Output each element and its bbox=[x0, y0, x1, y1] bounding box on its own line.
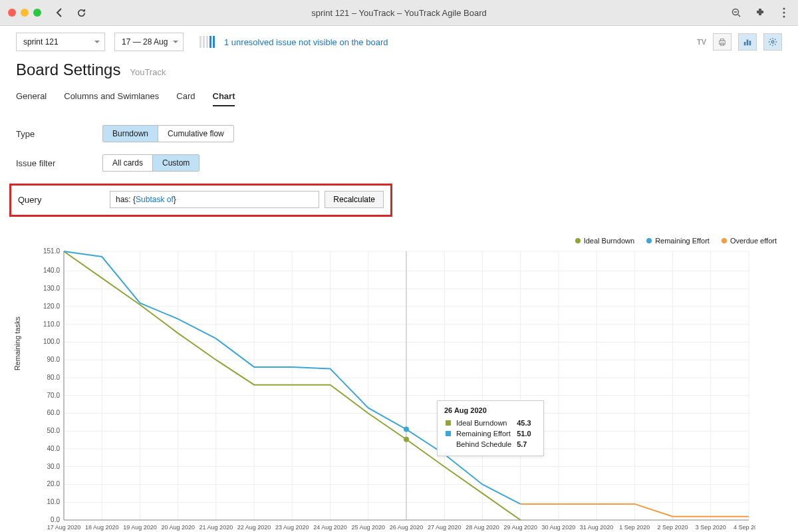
svg-text:30.0: 30.0 bbox=[47, 463, 61, 470]
svg-point-5 bbox=[783, 15, 785, 17]
tab-general[interactable]: General bbox=[16, 91, 47, 106]
page-heading: Board Settings bbox=[16, 61, 120, 79]
svg-text:25 Aug 2020: 25 Aug 2020 bbox=[351, 524, 385, 531]
svg-text:20 Aug 2020: 20 Aug 2020 bbox=[161, 524, 195, 531]
svg-text:140.0: 140.0 bbox=[43, 267, 60, 274]
svg-text:23 Aug 2020: 23 Aug 2020 bbox=[275, 524, 309, 531]
maximize-window-icon[interactable] bbox=[33, 9, 41, 17]
window-controls bbox=[8, 9, 41, 17]
svg-text:26 Aug 2020: 26 Aug 2020 bbox=[390, 524, 424, 531]
svg-rect-7 bbox=[720, 39, 724, 41]
chart-legend: Ideal Burndown Remaining Effort Overdue … bbox=[37, 237, 782, 245]
sprint-dropdown-label: sprint 121 bbox=[23, 37, 59, 47]
query-row-highlight: Query has: {Subtask of} Recalculate bbox=[9, 184, 392, 217]
column-density-indicator[interactable] bbox=[200, 36, 215, 48]
svg-text:130.0: 130.0 bbox=[43, 285, 60, 292]
svg-text:1 Sep 2020: 1 Sep 2020 bbox=[619, 524, 650, 531]
svg-text:22 Aug 2020: 22 Aug 2020 bbox=[237, 524, 271, 531]
tv-mode-label[interactable]: TV bbox=[697, 38, 706, 46]
close-window-icon[interactable] bbox=[8, 9, 16, 17]
back-button[interactable] bbox=[53, 6, 66, 19]
svg-text:20.0: 20.0 bbox=[47, 480, 61, 487]
reload-button[interactable] bbox=[74, 6, 88, 19]
query-suffix: } bbox=[174, 195, 176, 204]
svg-text:30 Aug 2020: 30 Aug 2020 bbox=[542, 524, 576, 531]
svg-text:80.0: 80.0 bbox=[47, 374, 61, 381]
page-header: Board Settings YouTrack bbox=[16, 61, 782, 79]
svg-text:18 Aug 2020: 18 Aug 2020 bbox=[85, 524, 119, 531]
filter-label: Issue filter bbox=[16, 158, 102, 168]
svg-point-3 bbox=[783, 7, 785, 9]
type-label: Type bbox=[16, 129, 102, 139]
svg-text:151.0: 151.0 bbox=[43, 247, 60, 255]
svg-text:29 Aug 2020: 29 Aug 2020 bbox=[503, 524, 537, 531]
svg-text:90.0: 90.0 bbox=[47, 356, 61, 363]
svg-rect-11 bbox=[749, 41, 751, 45]
svg-text:24 Aug 2020: 24 Aug 2020 bbox=[313, 524, 347, 531]
filter-all-cards[interactable]: All cards bbox=[103, 155, 152, 171]
svg-point-12 bbox=[771, 41, 774, 43]
breadcrumb[interactable]: YouTrack bbox=[130, 67, 166, 77]
type-cumulative[interactable]: Cumulative flow bbox=[158, 126, 233, 142]
legend-remaining: Remaining Effort bbox=[646, 237, 710, 245]
svg-text:60.0: 60.0 bbox=[47, 409, 61, 416]
svg-text:31 Aug 2020: 31 Aug 2020 bbox=[580, 524, 614, 531]
svg-line-1 bbox=[738, 15, 740, 17]
chart-type-toggle: Burndown Cumulative flow bbox=[102, 125, 234, 142]
legend-overdue: Overdue effort bbox=[722, 237, 777, 245]
filter-row: Issue filter All cards Custom bbox=[16, 154, 782, 172]
recalculate-button[interactable]: Recalculate bbox=[325, 191, 384, 208]
filter-custom[interactable]: Custom bbox=[152, 155, 199, 171]
query-input[interactable]: has: {Subtask of} bbox=[110, 191, 319, 208]
chart-tooltip: 26 Aug 2020 Ideal Burndown45.3 Remaining… bbox=[437, 400, 544, 456]
svg-rect-10 bbox=[747, 40, 749, 46]
tab-columns[interactable]: Columns and Swimlanes bbox=[64, 91, 159, 106]
chart-plot[interactable]: 0.010.020.030.040.050.060.070.080.090.01… bbox=[37, 247, 755, 532]
svg-text:19 Aug 2020: 19 Aug 2020 bbox=[123, 524, 157, 531]
chart-view-button[interactable] bbox=[738, 33, 757, 51]
svg-text:17 Aug 2020: 17 Aug 2020 bbox=[47, 524, 81, 531]
svg-text:27 Aug 2020: 27 Aug 2020 bbox=[428, 524, 462, 531]
menu-icon[interactable] bbox=[778, 7, 790, 19]
y-axis-label: Remaining tasks bbox=[13, 317, 21, 370]
svg-text:40.0: 40.0 bbox=[47, 445, 61, 452]
browser-chrome: sprint 121 – YouTrack – YouTrack Agile B… bbox=[0, 0, 798, 26]
query-label: Query bbox=[11, 195, 104, 205]
burndown-chart: Ideal Burndown Remaining Effort Overdue … bbox=[37, 237, 782, 532]
tab-card[interactable]: Card bbox=[176, 91, 195, 106]
svg-text:70.0: 70.0 bbox=[47, 392, 61, 399]
svg-text:50.0: 50.0 bbox=[47, 427, 61, 434]
issue-filter-toggle: All cards Custom bbox=[102, 154, 200, 172]
svg-text:0.0: 0.0 bbox=[51, 516, 60, 523]
unresolved-issue-link[interactable]: 1 unresolved issue not visible on the bo… bbox=[224, 37, 388, 47]
svg-text:10.0: 10.0 bbox=[47, 498, 61, 505]
type-burndown[interactable]: Burndown bbox=[103, 126, 158, 142]
legend-ideal: Ideal Burndown bbox=[575, 237, 634, 245]
tooltip-date: 26 Aug 2020 bbox=[444, 406, 537, 414]
zoom-icon[interactable] bbox=[730, 7, 742, 19]
svg-text:21 Aug 2020: 21 Aug 2020 bbox=[200, 524, 233, 531]
minimize-window-icon[interactable] bbox=[21, 9, 29, 17]
svg-text:120.0: 120.0 bbox=[43, 303, 60, 310]
svg-point-87 bbox=[404, 427, 409, 432]
svg-text:4 Sep 2020: 4 Sep 2020 bbox=[733, 524, 755, 531]
svg-text:110.0: 110.0 bbox=[43, 321, 60, 328]
svg-text:28 Aug 2020: 28 Aug 2020 bbox=[466, 524, 499, 531]
tab-chart[interactable]: Chart bbox=[213, 91, 235, 106]
type-row: Type Burndown Cumulative flow bbox=[16, 125, 782, 142]
settings-button[interactable] bbox=[763, 33, 782, 51]
date-range-label: 17 — 28 Aug bbox=[122, 37, 168, 47]
svg-point-86 bbox=[404, 437, 409, 442]
svg-text:3 Sep 2020: 3 Sep 2020 bbox=[696, 524, 726, 531]
extensions-icon[interactable] bbox=[754, 7, 766, 19]
svg-text:2 Sep 2020: 2 Sep 2020 bbox=[658, 524, 688, 531]
board-toolbar: sprint 121 17 — 28 Aug 1 unresolved issu… bbox=[0, 26, 798, 58]
print-button[interactable] bbox=[713, 33, 732, 51]
svg-text:100.0: 100.0 bbox=[43, 338, 60, 345]
date-range-dropdown[interactable]: 17 — 28 Aug bbox=[114, 33, 184, 51]
query-prefix: has: { bbox=[116, 195, 136, 204]
svg-point-4 bbox=[783, 11, 785, 13]
query-token: Subtask of bbox=[136, 195, 174, 204]
settings-tabs: General Columns and Swimlanes Card Chart bbox=[16, 91, 782, 106]
sprint-dropdown[interactable]: sprint 121 bbox=[16, 33, 105, 51]
